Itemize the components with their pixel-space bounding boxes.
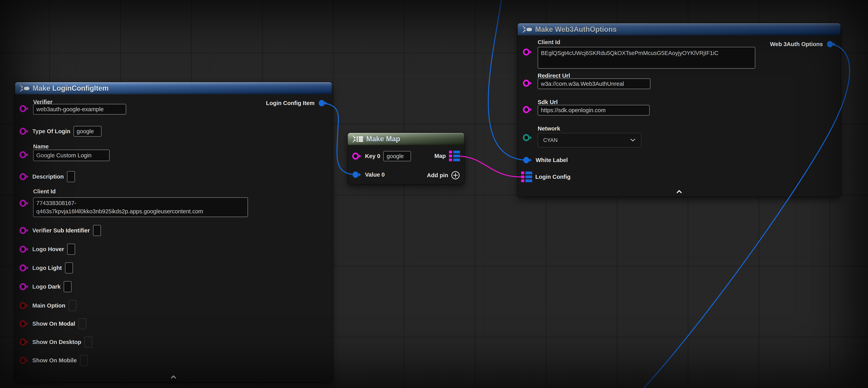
pin-label-show-on-mobile: Show On Mobile <box>32 357 77 364</box>
input-pin-logo-hover[interactable] <box>19 245 29 253</box>
redirect-url-field[interactable]: w3a://com.w3a.Web3AuthUnreal <box>538 79 650 89</box>
make-struct-icon: ↘↗ <box>19 84 29 92</box>
pin-label-logo-light: Logo Light <box>32 265 62 271</box>
pin-row-type-of-login: Type Of Login google <box>19 126 101 137</box>
pin-label-verifier-sub-identifier: Verifier Sub Identifier <box>32 227 90 234</box>
logo-light-field[interactable] <box>65 262 73 273</box>
key-0-field[interactable]: google <box>383 151 411 161</box>
output-pin-label: Web 3Auth Options <box>770 41 823 48</box>
input-pin-key-0[interactable] <box>352 152 362 160</box>
make-struct-icon: ↘↗ <box>522 25 532 33</box>
pin-label-value-0: Value 0 <box>365 172 385 178</box>
show-on-mobile-checkbox[interactable] <box>80 355 88 366</box>
dropdown-chevron-icon <box>630 139 636 142</box>
pin-label-logo-hover: Logo Hover <box>32 246 64 252</box>
show-on-desktop-checkbox[interactable] <box>84 336 92 348</box>
sdk-url-field[interactable]: https://sdk.openlogin.com <box>538 105 650 116</box>
pin-row-white-label: White Label <box>522 156 568 165</box>
pin-row-main-option: Main Option <box>19 300 76 311</box>
pin-row-logo-dark: Logo Dark <box>19 281 71 292</box>
type-of-login-field[interactable]: google <box>73 126 101 137</box>
pin-label-description: Description <box>32 174 64 180</box>
pin-label-white-label: White Label <box>536 157 568 163</box>
pin-label-type-of-login: Type Of Login <box>32 128 70 135</box>
pin-label-client-id: Client Id <box>33 188 56 195</box>
output-row-map: Map <box>434 151 460 161</box>
name-field[interactable]: Google Custom Login <box>33 150 110 161</box>
node-title: Make LoginConfigItem <box>33 84 108 92</box>
pin-row-logo-light: Logo Light <box>19 262 73 273</box>
pin-row-key-0: Key 0 google <box>352 151 411 161</box>
pin-row-show-on-mobile: Show On Mobile <box>19 355 88 366</box>
network-dropdown[interactable]: CYAN <box>538 133 641 147</box>
output-pin-web3auth-options[interactable] <box>826 40 836 49</box>
input-pin-logo-dark[interactable] <box>19 282 29 291</box>
node-header-make-map[interactable]: ↘↗ Make Map <box>348 133 464 145</box>
verifier-field[interactable]: web3auth-google-example <box>33 104 126 115</box>
pin-label-login-config: Login Config <box>535 174 570 180</box>
input-pin-login-config[interactable] <box>521 172 532 182</box>
description-field[interactable] <box>67 171 75 182</box>
add-pin-label: Add pin <box>427 172 448 179</box>
main-option-checkbox[interactable] <box>69 300 76 311</box>
output-pin-label-map: Map <box>434 153 446 159</box>
input-pin-verifier-sub-identifier[interactable] <box>19 226 29 235</box>
input-pin-show-on-modal[interactable] <box>19 319 29 328</box>
logo-dark-field[interactable] <box>64 281 71 292</box>
node-make-loginconfigitem: ↘↗ Make LoginConfigItem Login Config Ite… <box>15 82 332 382</box>
logo-hover-field[interactable] <box>67 244 75 255</box>
collapse-chevron-icon[interactable] <box>676 190 683 195</box>
input-pin-show-on-desktop[interactable] <box>19 338 29 347</box>
make-map-icon: ↘↗ <box>352 135 363 143</box>
collapse-chevron-icon[interactable] <box>170 375 177 380</box>
node-title: Make Map <box>366 135 400 143</box>
wire-map-to-loginconfig[interactable] <box>460 156 525 177</box>
output-pin-map[interactable] <box>449 151 460 161</box>
blueprint-graph-canvas[interactable]: ↘↗ Make LoginConfigItem Login Config Ite… <box>0 0 868 388</box>
network-dropdown-value: CYAN <box>543 137 558 143</box>
input-pin-type-of-login[interactable] <box>19 127 29 136</box>
node-make-web3authoptions: ↘↗ Make Web3AuthOptions Web 3Auth Option… <box>518 23 841 197</box>
verifier-sub-identifier-field[interactable] <box>93 225 101 236</box>
pin-row-description: Description <box>19 171 75 182</box>
pin-row-verifier-sub-identifier: Verifier Sub Identifier <box>19 225 101 236</box>
show-on-modal-checkbox[interactable] <box>79 318 86 329</box>
input-pin-value-0[interactable] <box>352 170 362 179</box>
input-pin-logo-light[interactable] <box>19 264 29 272</box>
output-pin-login-config-item[interactable] <box>318 99 328 108</box>
input-pin-client-id[interactable] <box>19 199 29 208</box>
client-id-field[interactable]: 774338308167- q463s7kpvja16l4l0kko3nb925… <box>33 197 248 217</box>
input-pin-show-on-mobile[interactable] <box>19 356 29 365</box>
input-pin-client-id[interactable] <box>522 48 532 56</box>
node-header-make-loginconfigitem[interactable]: ↘↗ Make LoginConfigItem <box>15 82 332 94</box>
add-pin-button[interactable]: Add pin <box>427 171 460 180</box>
input-pin-sdk-url[interactable] <box>522 105 532 114</box>
pin-label-show-on-modal: Show On Modal <box>32 321 75 327</box>
pin-label-network: Network <box>538 125 560 132</box>
input-pin-network[interactable] <box>522 133 532 142</box>
node-header-make-web3authoptions[interactable]: ↘↗ Make Web3AuthOptions <box>518 23 841 35</box>
pin-row-show-on-modal: Show On Modal <box>19 318 86 329</box>
pin-label-main-option: Main Option <box>32 302 65 309</box>
input-pin-description[interactable] <box>19 172 29 181</box>
pin-label-sdk-url: Sdk Url <box>538 99 558 106</box>
input-pin-verifier[interactable] <box>19 104 29 113</box>
node-make-map: ↘↗ Make Map Key 0 google Map Value 0 Add… <box>348 133 464 184</box>
pin-row-show-on-desktop: Show On Desktop <box>19 336 92 348</box>
pin-label-logo-dark: Logo Dark <box>32 283 61 290</box>
pin-row-value-0: Value 0 <box>352 170 385 179</box>
client-id-field[interactable]: BEglQSgt4cUWcj6SKRdu5QkOXTsePmMcusG5EAoy… <box>538 47 755 69</box>
input-pin-name[interactable] <box>19 150 29 159</box>
input-pin-redirect-url[interactable] <box>522 79 532 88</box>
pin-label-key-0: Key 0 <box>365 153 380 159</box>
output-row-web3auth-options: Web 3Auth Options <box>770 40 836 49</box>
pin-row-logo-hover: Logo Hover <box>19 244 75 255</box>
pin-label-client-id: Client Id <box>538 39 560 46</box>
output-pin-label: Login Config Item <box>266 100 315 107</box>
input-pin-white-label[interactable] <box>522 156 532 165</box>
pin-label-name: Name <box>33 143 49 150</box>
input-pin-main-option[interactable] <box>19 301 29 310</box>
pin-label-redirect-url: Redirect Url <box>538 72 570 79</box>
pin-row-login-config: Login Config <box>521 172 570 182</box>
node-title: Make Web3AuthOptions <box>535 25 617 33</box>
